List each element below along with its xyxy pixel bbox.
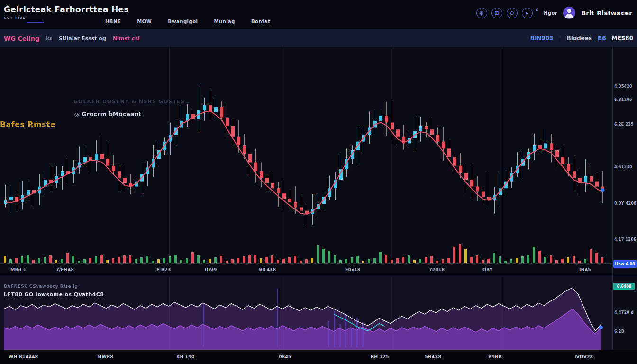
top-bar: Gelrlcteak Farhorrttea Hes GO+ FIBE HBNE… xyxy=(0,0,637,29)
chart-watermark: GOLKER DOSENY & NERS GOSTES xyxy=(73,99,185,105)
header-right-cluster: ◉⊞⊙▸ 4 Hgor Brlt Rlstwacer xyxy=(476,7,632,19)
price-axis-label: 4.17 1206 xyxy=(614,237,637,242)
menu-item-5[interactable]: Bonfat xyxy=(251,19,271,24)
search-icon[interactable]: ⊙ xyxy=(507,8,518,18)
main-menu: HBNEMOWBwanglgolMunlagBonfat xyxy=(105,19,271,24)
quote-cluster: BIN903 | Blodees B6 MES80 xyxy=(530,29,633,47)
menu-item-3[interactable]: Bwanglgol xyxy=(168,19,198,24)
time-axis-label: OBY xyxy=(482,267,493,272)
header-icons: ◉⊞⊙▸ xyxy=(476,8,533,18)
bottom-time-label: 5H4X8 xyxy=(425,354,441,359)
time-axis-label: IOV9 xyxy=(205,267,217,272)
menu-item-1[interactable]: HBNE xyxy=(105,19,121,24)
divider: | xyxy=(559,35,561,42)
quote-value: MES80 xyxy=(612,35,633,42)
bottom-time-label: IVOV28 xyxy=(574,354,593,359)
time-axis-label: 72018 xyxy=(429,267,445,272)
time-axis-label: MBd 1 xyxy=(10,267,26,272)
user-name[interactable]: Brlt Rlstwacer xyxy=(581,9,632,17)
price-axis-label: 4.05420 xyxy=(614,84,632,89)
bottom-time-label: KH 190 xyxy=(176,354,194,359)
quote-price: BIN903 xyxy=(530,35,554,42)
time-axis-label: NIL418 xyxy=(258,267,276,272)
notification-badge: 4 xyxy=(536,8,538,12)
bottom-time-label: B9HB xyxy=(488,354,502,359)
app-title: Gelrlcteak Farhorrttea Hes xyxy=(4,5,129,14)
price-axis[interactable]: 4.054206.812056.2E 2354.612300.0Y 42084.… xyxy=(612,47,637,276)
candlestick-chart-canvas[interactable] xyxy=(0,47,612,263)
session-label-2: Nlmst csl xyxy=(113,36,140,42)
price-axis-label: 0.0Y 4208 xyxy=(614,201,637,206)
quote-badge: B6 xyxy=(598,35,606,42)
trading-app-window: Gelrlcteak Farhorrttea Hes GO+ FIBE HBNE… xyxy=(0,0,637,364)
indicator-value-tag: 6.6408 xyxy=(613,283,635,290)
symbol-selector[interactable]: WG Cellng xyxy=(4,35,39,42)
title-accent xyxy=(27,22,44,23)
price-axis-label: 4.61230 xyxy=(614,165,632,169)
indicator-subtitle: BAFNESC CSvawoxcy Rise ig xyxy=(4,284,78,289)
bottom-time-label: MWR8 xyxy=(97,354,113,359)
send-icon[interactable]: ▸ xyxy=(522,8,533,18)
indicator-chart-canvas[interactable] xyxy=(0,276,612,350)
indicator-axis-label: 4.4720 d xyxy=(614,310,634,315)
user-label[interactable]: Hgor xyxy=(544,10,557,16)
time-axis-label: F B23 xyxy=(156,267,171,272)
globe-icon[interactable]: ◉ xyxy=(476,8,487,18)
bottom-time-label: WH B14448 xyxy=(9,354,38,359)
indicator-axis-label: 6.2B xyxy=(614,329,624,334)
chart-side-label: Bafes Rmste xyxy=(0,120,55,129)
time-axis-label: IN45 xyxy=(579,267,591,272)
main-chart-panel: GOLKER DOSENY & NERS GOSTES ◎ Grocrm bMo… xyxy=(0,47,637,276)
session-label: SUlalar Essst og xyxy=(59,36,106,42)
symbol-toolbar: WG Cellng ics SUlalar Essst og Nlmst csl… xyxy=(0,29,637,47)
price-axis-label: 6.2E 235 xyxy=(614,122,634,127)
time-axis-label: 7/FH48 xyxy=(56,267,74,272)
indicator-title: LFT80 GO lowsome os Qvath4C8 xyxy=(4,291,104,298)
legend-eye-icon: ◎ xyxy=(74,111,79,118)
symbol-note: ics xyxy=(46,36,52,41)
bottom-time-label: 0845 xyxy=(279,354,291,359)
bottom-time-axis[interactable]: WH B14448MWR8KH 1900845BH 1255H4X8B9HBIV… xyxy=(0,350,637,364)
menu-item-2[interactable]: MOW xyxy=(137,19,152,24)
grid-icon[interactable]: ⊞ xyxy=(491,8,502,18)
time-axis-label: E0x18 xyxy=(345,267,360,272)
bottom-time-label: BH 125 xyxy=(371,354,389,359)
user-avatar-icon[interactable] xyxy=(563,7,575,19)
app-subtitle: GO+ FIBE xyxy=(4,16,26,20)
menu-item-4[interactable]: Munlag xyxy=(214,19,235,24)
symbol-cluster: WG Cellng ics SUlalar Essst og Nlmst csl xyxy=(4,29,140,47)
price-axis-label: 6.81205 xyxy=(614,98,632,102)
time-axis[interactable]: MBd 17/FH48F B23IOV9NIL418E0x1872018OBYI… xyxy=(0,263,612,276)
chart-legend[interactable]: ◎ Grocrm bMoceant xyxy=(74,111,142,118)
legend-text: Grocrm bMoceant xyxy=(82,111,142,118)
quote-label: Blodees xyxy=(567,35,592,42)
last-price-tag: How 4.08 xyxy=(613,260,637,268)
indicator-panel: BAFNESC CSvawoxcy Rise ig LFT80 GO lowso… xyxy=(0,276,637,350)
indicator-axis[interactable]: 6.64084.4720 d6.2B xyxy=(612,276,637,350)
